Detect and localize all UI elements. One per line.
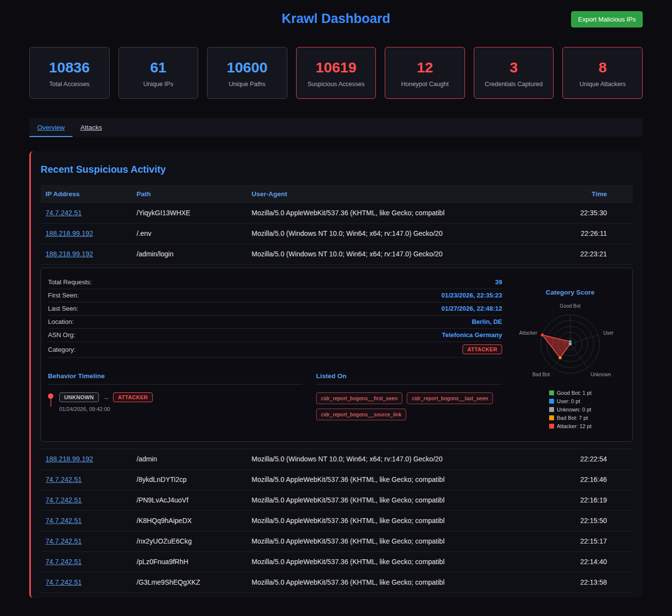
- listed-on-badge[interactable]: cidr_report_bogons__first_seen: [316, 392, 403, 404]
- time-cell: 22:35:30: [555, 203, 633, 224]
- stat-label: Total Accesses: [34, 81, 105, 88]
- stat-card: 10619 Suspicious Accesses: [296, 47, 376, 99]
- time-cell: 22:16:19: [555, 490, 633, 511]
- stat-label: Unique IPs: [123, 81, 194, 88]
- stat-value: 8: [567, 59, 638, 76]
- path-cell: /8ykdLnDYTi2cp: [132, 470, 247, 490]
- detail-field-row: Last Seen:01/27/2026, 22:48:12: [48, 302, 502, 316]
- path-cell: /nx2yUOZuE6Ckg: [132, 531, 247, 552]
- legend-swatch: [549, 399, 554, 404]
- listed-on-badge[interactable]: cidr_report_bogons__last_seen: [407, 392, 493, 404]
- table-row[interactable]: 74.7.242.51 /nx2yUOZuE6Ckg Mozilla/5.0 A…: [41, 531, 633, 552]
- ip-link[interactable]: 74.7.242.51: [46, 578, 82, 586]
- table-row[interactable]: 188.218.99.192 /admin/login Mozilla/5.0 …: [41, 244, 633, 265]
- detail-field-value: Berlin, DE: [472, 318, 502, 325]
- user-agent-cell: Mozilla/5.0 AppleWebKit/537.36 (KHTML, l…: [247, 572, 555, 593]
- user-agent-cell: Mozilla/5.0 (Windows NT 10.0; Win64; x64…: [247, 244, 555, 265]
- table-row[interactable]: 74.7.242.51 /pLz0Fnua9fRhH Mozilla/5.0 A…: [41, 552, 633, 572]
- user-agent-cell: Mozilla/5.0 (Windows NT 10.0; Win64; x64…: [247, 224, 555, 244]
- top-bar: Krawl Dashboard Export Malicious IPs: [29, 0, 643, 37]
- table-row[interactable]: 188.218.99.192 /admin Mozilla/5.0 (Windo…: [41, 449, 633, 470]
- stats-row: 10836 Total Accesses 61 Unique IPs 10600…: [29, 47, 643, 99]
- stat-card: 8 Unique Attackers: [562, 47, 643, 99]
- column-header-time: Time: [555, 185, 633, 203]
- listed-on-badge[interactable]: cidr_report_bogons__source_link: [316, 409, 407, 420]
- time-cell: 22:26:11: [555, 224, 633, 244]
- ip-link[interactable]: 74.7.242.51: [46, 476, 82, 483]
- table-header-row: IP Address Path User-Agent Time: [41, 185, 633, 203]
- behavior-timeline-heading: Behavior Timeline: [48, 372, 302, 385]
- detail-field-row: First Seen:01/23/2026, 22:35:23: [48, 289, 502, 302]
- detail-field-value: 01/27/2026, 22:48:12: [441, 305, 502, 312]
- stat-value: 10836: [34, 59, 105, 76]
- category-from-badge: UNKNOWN: [59, 392, 99, 402]
- stat-card: 10836 Total Accesses: [29, 47, 110, 99]
- ip-link[interactable]: 188.218.99.192: [46, 250, 93, 258]
- time-cell: 22:15:50: [555, 511, 633, 531]
- path-cell: /G3Lme9ShEQgXKZ: [132, 572, 247, 593]
- detail-field-value: Telefonica Germany: [442, 331, 502, 339]
- suspicious-activity-panel: Recent Suspicious Activity IP Address Pa…: [29, 151, 643, 598]
- legend-label: Good Bot: 1 pt: [557, 390, 592, 396]
- table-row[interactable]: 74.7.242.51 /G3Lme9ShEQgXKZ Mozilla/5.0 …: [41, 572, 633, 593]
- detail-field-value: 39: [495, 278, 502, 286]
- export-malicious-ips-button[interactable]: Export Malicious IPs: [571, 11, 643, 27]
- legend-item: Attacker: 12 pt: [549, 423, 592, 429]
- ip-detail-fields-section: Total Requests:39First Seen:01/23/2026, …: [48, 276, 502, 432]
- user-agent-cell: Mozilla/5.0 AppleWebKit/537.36 (KHTML, l…: [247, 490, 555, 511]
- detail-field-row: Location:Berlin, DE: [48, 316, 502, 329]
- category-badge: ATTACKER: [463, 344, 502, 354]
- ip-link[interactable]: 74.7.242.51: [46, 496, 82, 504]
- legend-swatch: [549, 407, 554, 412]
- tab-attacks[interactable]: Attacks: [72, 118, 110, 137]
- table-row[interactable]: 74.7.242.51 /K8HQq9hAipeDX Mozilla/5.0 A…: [41, 511, 633, 531]
- stat-value: 12: [389, 59, 461, 76]
- radar-chart-title: Category Score: [515, 289, 626, 296]
- listed-on-section: Listed On cidr_report_bogons__first_seen…: [316, 372, 502, 420]
- column-header-path: Path: [132, 185, 247, 203]
- ip-link[interactable]: 74.7.242.51: [46, 209, 82, 217]
- listed-on-badge-list: cidr_report_bogons__first_seencidr_repor…: [316, 392, 502, 420]
- legend-swatch: [549, 415, 554, 420]
- legend-label: User: 0 pt: [557, 398, 580, 404]
- table-row[interactable]: 74.7.242.51 /8ykdLnDYTi2cp Mozilla/5.0 A…: [41, 470, 633, 490]
- ip-link[interactable]: 74.7.242.51: [46, 537, 82, 545]
- detail-field-label: Last Seen:: [48, 305, 78, 312]
- ip-link[interactable]: 188.218.99.192: [46, 455, 93, 463]
- behavior-timeline-section: Behavior Timeline UNKNOWN: [48, 372, 302, 420]
- stat-value: 10600: [211, 59, 283, 76]
- ip-link[interactable]: 74.7.242.51: [46, 517, 82, 525]
- table-row[interactable]: 188.218.99.192 /.env Mozilla/5.0 (Window…: [41, 224, 633, 244]
- suspicious-activity-table: IP Address Path User-Agent Time 74.7.242…: [41, 185, 633, 593]
- category-to-badge: ATTACKER: [113, 392, 153, 402]
- time-cell: 22:15:17: [555, 531, 633, 552]
- tab-overview[interactable]: Overview: [29, 118, 72, 137]
- stat-label: Unique Paths: [211, 81, 283, 88]
- ip-link[interactable]: 74.7.242.51: [46, 558, 82, 566]
- time-cell: 22:14:40: [555, 552, 633, 572]
- table-row[interactable]: 74.7.242.51 /PN9LvAcJ4uoVf Mozilla/5.0 A…: [41, 490, 633, 511]
- stat-value: 61: [123, 59, 194, 76]
- path-cell: /PN9LvAcJ4uoVf: [132, 490, 247, 511]
- user-agent-cell: Mozilla/5.0 AppleWebKit/537.36 (KHTML, l…: [247, 203, 555, 224]
- stat-label: Unique Attackers: [567, 81, 638, 88]
- ip-link[interactable]: 188.218.99.192: [46, 229, 93, 237]
- table-row[interactable]: 74.7.242.51 /YiqykGI13WHXE Mozilla/5.0 A…: [41, 203, 633, 224]
- path-cell: /K8HQq9hAipeDX: [132, 511, 247, 531]
- stat-value: 3: [478, 59, 550, 76]
- time-cell: 22:23:21: [555, 244, 633, 265]
- page-title: Krawl Dashboard: [281, 11, 390, 26]
- stat-card: 10600 Unique Paths: [207, 47, 287, 99]
- svg-text:Unknown: Unknown: [591, 372, 611, 377]
- legend-item: Unknown: 0 pt: [549, 407, 592, 412]
- legend-label: Bad Bot: 7 pt: [557, 415, 588, 421]
- detail-field-label: First Seen:: [48, 292, 79, 299]
- detail-field-label: Total Requests:: [48, 278, 92, 286]
- timeline-event: UNKNOWN → ATTACKER 01/24/2026, 09:42:00: [48, 392, 302, 412]
- svg-text:Attacker: Attacker: [519, 330, 537, 336]
- user-agent-cell: Mozilla/5.0 AppleWebKit/537.36 (KHTML, l…: [247, 511, 555, 531]
- stat-label: Suspicious Accesses: [301, 81, 372, 88]
- stat-label: Honeypot Caught: [389, 81, 461, 88]
- svg-text:User: User: [603, 330, 614, 336]
- legend-item: User: 0 pt: [549, 398, 592, 404]
